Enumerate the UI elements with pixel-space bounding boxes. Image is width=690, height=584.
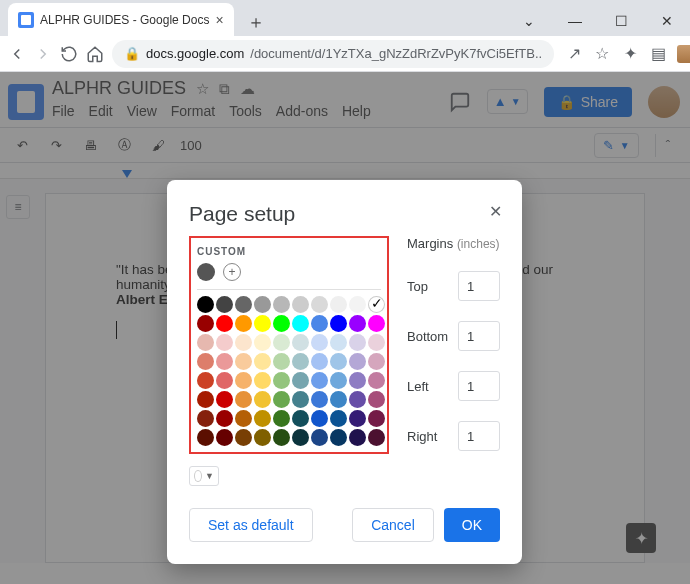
color-swatch[interactable] bbox=[254, 334, 271, 351]
color-swatch[interactable] bbox=[368, 315, 385, 332]
color-swatch[interactable] bbox=[368, 391, 385, 408]
color-swatch[interactable] bbox=[292, 315, 309, 332]
color-swatch[interactable] bbox=[349, 353, 366, 370]
color-swatch[interactable] bbox=[273, 429, 290, 446]
window-minimize-icon[interactable]: — bbox=[552, 6, 598, 36]
color-swatch[interactable] bbox=[292, 372, 309, 389]
dialog-close-icon[interactable]: ✕ bbox=[489, 202, 502, 221]
sidepanel-icon[interactable]: ▤ bbox=[646, 42, 670, 66]
color-swatch[interactable] bbox=[216, 410, 233, 427]
color-swatch[interactable] bbox=[349, 296, 366, 313]
color-swatch[interactable] bbox=[311, 429, 328, 446]
color-swatch[interactable] bbox=[197, 391, 214, 408]
color-swatch[interactable] bbox=[349, 391, 366, 408]
set-default-button[interactable]: Set as default bbox=[189, 508, 313, 542]
color-swatch[interactable] bbox=[330, 353, 347, 370]
color-swatch[interactable] bbox=[273, 315, 290, 332]
color-swatch[interactable] bbox=[311, 334, 328, 351]
color-swatch[interactable] bbox=[330, 429, 347, 446]
color-swatch[interactable] bbox=[216, 353, 233, 370]
cancel-button[interactable]: Cancel bbox=[352, 508, 434, 542]
color-swatch[interactable] bbox=[349, 315, 366, 332]
color-swatch[interactable] bbox=[216, 296, 233, 313]
color-swatch[interactable] bbox=[197, 353, 214, 370]
color-swatch[interactable] bbox=[273, 391, 290, 408]
color-swatch[interactable] bbox=[292, 334, 309, 351]
color-swatch[interactable] bbox=[254, 353, 271, 370]
color-swatch[interactable] bbox=[197, 410, 214, 427]
color-swatch[interactable] bbox=[311, 391, 328, 408]
window-maximize-icon[interactable]: ☐ bbox=[598, 6, 644, 36]
color-swatch[interactable] bbox=[216, 315, 233, 332]
color-swatch[interactable] bbox=[292, 296, 309, 313]
color-swatch[interactable] bbox=[311, 353, 328, 370]
color-swatch[interactable] bbox=[349, 429, 366, 446]
tab-close-icon[interactable]: × bbox=[215, 12, 223, 28]
margin-right-input[interactable] bbox=[458, 421, 500, 451]
color-swatch[interactable] bbox=[330, 410, 347, 427]
color-swatch[interactable] bbox=[349, 372, 366, 389]
color-swatch[interactable] bbox=[254, 372, 271, 389]
color-swatch[interactable] bbox=[197, 315, 214, 332]
color-swatch[interactable] bbox=[292, 410, 309, 427]
color-swatch[interactable] bbox=[311, 315, 328, 332]
bookmark-star-icon[interactable]: ☆ bbox=[590, 42, 614, 66]
nav-home-icon[interactable] bbox=[86, 40, 104, 68]
color-swatch[interactable] bbox=[368, 429, 385, 446]
color-swatch[interactable] bbox=[235, 391, 252, 408]
ok-button[interactable]: OK bbox=[444, 508, 500, 542]
color-swatch[interactable] bbox=[216, 391, 233, 408]
color-swatch[interactable] bbox=[197, 372, 214, 389]
color-swatch[interactable] bbox=[330, 315, 347, 332]
margin-left-input[interactable] bbox=[458, 371, 500, 401]
color-swatch[interactable] bbox=[235, 353, 252, 370]
color-swatch[interactable] bbox=[254, 410, 271, 427]
color-swatch[interactable] bbox=[292, 429, 309, 446]
profile-ext-icon[interactable] bbox=[674, 42, 690, 66]
color-swatch[interactable] bbox=[235, 372, 252, 389]
color-swatch[interactable]: ✓ bbox=[368, 296, 385, 313]
color-swatch[interactable] bbox=[311, 410, 328, 427]
color-swatch[interactable] bbox=[235, 429, 252, 446]
color-swatch[interactable] bbox=[273, 353, 290, 370]
window-close-icon[interactable]: ✕ bbox=[644, 6, 690, 36]
color-swatch[interactable] bbox=[254, 391, 271, 408]
page-color-dropdown[interactable]: ▼ bbox=[189, 466, 219, 486]
margin-top-input[interactable] bbox=[458, 271, 500, 301]
color-swatch[interactable] bbox=[349, 334, 366, 351]
color-swatch[interactable] bbox=[368, 353, 385, 370]
address-bar[interactable]: 🔒 docs.google.com /document/d/1YzTXa_gNz… bbox=[112, 40, 554, 68]
color-swatch[interactable] bbox=[330, 296, 347, 313]
color-swatch[interactable] bbox=[235, 410, 252, 427]
nav-reload-icon[interactable] bbox=[60, 40, 78, 68]
browser-tab[interactable]: ALPHR GUIDES - Google Docs × bbox=[8, 3, 234, 36]
extensions-icon[interactable]: ✦ bbox=[618, 42, 642, 66]
color-swatch[interactable] bbox=[235, 334, 252, 351]
new-tab-button[interactable]: ＋ bbox=[242, 8, 270, 36]
color-swatch[interactable] bbox=[254, 429, 271, 446]
color-swatch[interactable] bbox=[273, 296, 290, 313]
color-swatch[interactable] bbox=[273, 334, 290, 351]
color-swatch[interactable] bbox=[368, 372, 385, 389]
color-swatch[interactable] bbox=[235, 315, 252, 332]
color-swatch[interactable] bbox=[235, 296, 252, 313]
add-custom-color-icon[interactable]: + bbox=[223, 263, 241, 281]
custom-color-swatch[interactable] bbox=[197, 263, 215, 281]
color-swatch[interactable] bbox=[197, 296, 214, 313]
nav-back-icon[interactable] bbox=[8, 40, 26, 68]
color-swatch[interactable] bbox=[254, 296, 271, 313]
color-swatch[interactable] bbox=[349, 410, 366, 427]
color-swatch[interactable] bbox=[292, 391, 309, 408]
color-swatch[interactable] bbox=[197, 334, 214, 351]
color-swatch[interactable] bbox=[330, 372, 347, 389]
color-swatch[interactable] bbox=[330, 391, 347, 408]
color-swatch[interactable] bbox=[273, 410, 290, 427]
color-swatch[interactable] bbox=[292, 353, 309, 370]
color-swatch[interactable] bbox=[216, 372, 233, 389]
color-swatch[interactable] bbox=[216, 334, 233, 351]
color-swatch[interactable] bbox=[330, 334, 347, 351]
color-swatch[interactable] bbox=[197, 429, 214, 446]
color-swatch[interactable] bbox=[311, 372, 328, 389]
color-swatch[interactable] bbox=[254, 315, 271, 332]
color-swatch[interactable] bbox=[311, 296, 328, 313]
